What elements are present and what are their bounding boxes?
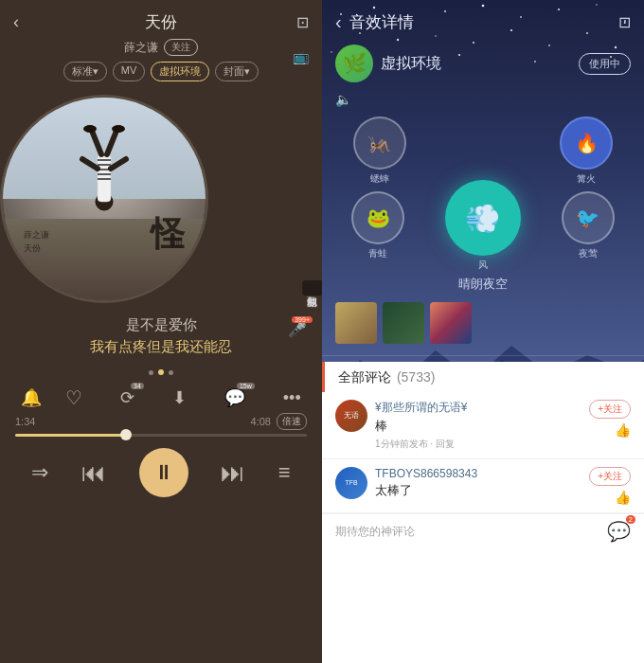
like-button-2[interactable]: 👍 (615, 490, 631, 505)
tag-mv[interactable]: MV (113, 62, 146, 81)
progress-bar[interactable] (15, 434, 307, 437)
fire-button[interactable]: 🔥 (560, 116, 613, 170)
follow-button-2[interactable]: +关注 (589, 467, 631, 486)
effects-row-1: 🦗 蟋蟀 🔥 篝火 (331, 116, 635, 186)
thumb-2[interactable] (383, 302, 424, 344)
repeat-button[interactable]: ⇒ (31, 460, 48, 485)
mic-icon[interactable]: 🎤 399+ (288, 320, 307, 338)
volume-icon[interactable]: 🔈 (335, 92, 351, 107)
effect-cricket: 🦗 蟋蟀 (353, 116, 406, 186)
mic-badge: 399+ (292, 316, 313, 323)
loop-badge: 34 (131, 383, 144, 389)
username-1: ¥那些所谓的无语¥ (375, 400, 581, 416)
comment-button[interactable]: 💬 15w (224, 387, 245, 408)
comment-item-2: TFB TFBOYS866598343 太棒了 +关注 👍 (322, 459, 644, 513)
comment-actions-2: +关注 👍 (589, 467, 631, 505)
frog-button[interactable]: 🐸 (351, 191, 404, 244)
svg-rect-3 (98, 164, 111, 166)
right-share-icon[interactable]: ⊡ (618, 13, 631, 31)
comments-bottom: 期待您的神评论 💬 2 (322, 513, 644, 548)
effect-icon: 🌿 (335, 45, 373, 82)
left-panel: ‹ 天份 ⊡ 薛之谦 关注 标准▾ MV 虚拟环境 封面▾ 📺 (0, 0, 322, 663)
username-2: TFBOYS866598343 (375, 467, 581, 480)
avatar-1: 无语 (335, 400, 367, 432)
more-button[interactable]: ••• (283, 388, 301, 408)
album-subtitle: 薛之谦天份 (24, 229, 49, 255)
share-icon[interactable]: ⊡ (296, 13, 309, 31)
svg-rect-2 (98, 159, 111, 161)
loop-button[interactable]: ⟳ 34 (120, 387, 134, 408)
svg-line-9 (92, 131, 101, 154)
dot-1 (149, 370, 153, 375)
progress-section: 1:34 4:08 倍速 (0, 413, 322, 437)
heart-button[interactable]: ♡ (65, 386, 82, 409)
thumb-1[interactable] (335, 302, 377, 344)
volume-row: 🔈 (322, 90, 644, 116)
lyric-line1: 是不是爱你 (0, 316, 322, 334)
album-text: 怪 (151, 211, 185, 258)
svg-point-11 (83, 125, 97, 133)
time-total: 4:08 (251, 416, 271, 427)
wind-button[interactable]: 💨 (445, 180, 521, 256)
time-right-group: 4:08 倍速 (251, 413, 307, 430)
effect-name: 虚拟环境 (381, 54, 579, 74)
lyric-line2: 我有点疼但是我还能忍 (0, 338, 322, 356)
song-title: 天份 (145, 11, 177, 33)
screen-cast-icon[interactable]: 📺 (293, 49, 309, 64)
left-header: ‹ 天份 ⊡ (0, 0, 322, 39)
effects-row-2: 🐸 青蛙 💨 风 🐦 夜莺 (331, 180, 635, 272)
avatar-2: TFB (335, 467, 367, 499)
speed-button[interactable]: 倍速 (277, 413, 307, 430)
back-icon[interactable]: ‹ (13, 12, 19, 32)
comment-text-1: 棒 (375, 418, 581, 435)
progress-fill (15, 434, 126, 437)
comment-content-1: ¥那些所谓的无语¥ 棒 1分钟前发布 · 回复 (375, 400, 581, 451)
clear-sky-label: 晴朗夜空 (458, 276, 508, 293)
tag-virtual-env[interactable]: 虚拟环境 (151, 62, 209, 81)
tag-standard[interactable]: 标准▾ (63, 62, 107, 81)
action-buttons: ♡ ⟳ 34 ⬇ 💬 15w ••• (65, 386, 301, 409)
chat-bubble-icon[interactable]: 💬 (607, 521, 631, 542)
bell-icon[interactable]: 🔔 (21, 387, 42, 408)
pause-icon: ⏸ (153, 460, 174, 485)
album-art: 怪 薛之谦天份 咖 (0, 95, 208, 303)
artist-row: 薛之谦 关注 (124, 39, 198, 56)
comment-actions-1: +关注 👍 (589, 400, 631, 438)
effect-frog: 🐸 青蛙 (351, 191, 404, 260)
thumbnails-row (322, 296, 644, 349)
frog-label: 青蛙 (368, 247, 387, 260)
nightingale-button[interactable]: 🐦 (562, 191, 615, 244)
album-art-wrapper: 怪 薛之谦天份 咖 相似歌曲 (0, 91, 322, 316)
dot-3 (169, 370, 173, 375)
svg-line-10 (107, 131, 116, 154)
playlist-button[interactable]: ≡ (278, 460, 291, 485)
right-back-icon[interactable]: ‹ (335, 11, 342, 33)
cricket-button[interactable]: 🦗 (353, 116, 406, 170)
chat-icon-wrapper: 💬 2 (607, 520, 631, 543)
comment-item-1: 无语 ¥那些所谓的无语¥ 棒 1分钟前发布 · 回复 +关注 👍 (322, 392, 644, 459)
svg-line-8 (111, 159, 126, 169)
svg-rect-5 (98, 173, 111, 175)
divider (322, 355, 644, 356)
svg-line-7 (82, 159, 98, 169)
comment-input[interactable]: 期待您的神评论 (335, 524, 415, 540)
follow-button-1[interactable]: +关注 (589, 400, 631, 419)
play-pause-button[interactable]: ⏸ (139, 448, 188, 497)
lyrics-section: 是不是爱你 我有点疼但是我还能忍 🎤 399+ (0, 316, 322, 356)
like-button-1[interactable]: 👍 (615, 422, 631, 438)
svg-rect-6 (98, 178, 111, 180)
next-button[interactable]: ⏭ (221, 458, 245, 488)
tag-cover[interactable]: 封面▾ (215, 62, 259, 81)
download-button[interactable]: ⬇ (172, 387, 187, 408)
effect-header: 🌿 虚拟环境 使用中 (322, 41, 644, 90)
dots-row (149, 369, 173, 375)
follow-button[interactable]: 关注 (164, 39, 198, 56)
controls-row: ⇒ ⏮ ⏸ ⏭ ≡ (0, 448, 322, 497)
chat-badge: 2 (626, 515, 635, 524)
prev-button[interactable]: ⏮ (81, 458, 106, 488)
similar-songs-tab[interactable]: 相似歌曲 (302, 280, 322, 296)
right-header: ‹ 音效详情 ⊡ (322, 0, 644, 41)
comments-title: 全部评论 (5733) (338, 369, 435, 386)
thumb-3[interactable] (430, 302, 472, 344)
in-use-button[interactable]: 使用中 (579, 53, 631, 75)
